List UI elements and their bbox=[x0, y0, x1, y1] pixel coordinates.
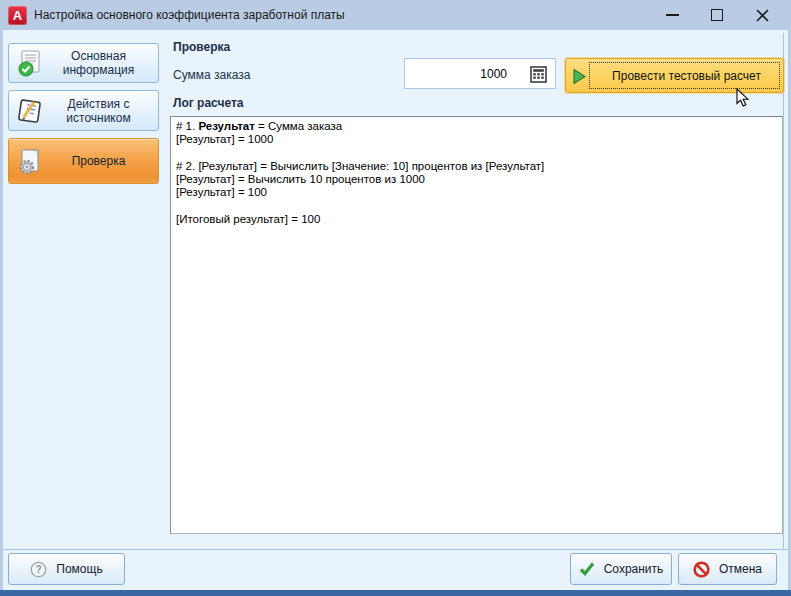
sidebar-item-source-actions[interactable]: Действия с источником bbox=[8, 90, 159, 131]
calculator-icon[interactable] bbox=[528, 65, 548, 84]
sidebar-item-check[interactable]: Проверка bbox=[8, 138, 159, 184]
run-test-calc-label: Провести тестовый расчет bbox=[590, 59, 783, 92]
help-icon: ? bbox=[30, 561, 47, 578]
close-button[interactable] bbox=[745, 0, 779, 30]
cancel-label: Отмена bbox=[719, 562, 762, 576]
order-sum-editor bbox=[404, 58, 556, 89]
window-title: Настройка основного коэффициента заработ… bbox=[34, 8, 345, 22]
window-frame-bottom bbox=[0, 590, 791, 596]
document-gear-icon bbox=[9, 146, 49, 176]
sidebar-item-label: Основная информация bbox=[49, 49, 158, 77]
check-icon bbox=[579, 562, 595, 576]
help-label: Помощь bbox=[56, 562, 102, 576]
calc-log-content[interactable]: # 1. Результат = Сумма заказа[Результат]… bbox=[170, 116, 783, 534]
close-icon bbox=[756, 9, 769, 22]
panel-border bbox=[783, 33, 784, 549]
app-logo-icon: A bbox=[8, 6, 27, 25]
sidebar-item-label: Действия с источником bbox=[49, 97, 158, 125]
notepad-pen-icon bbox=[9, 96, 49, 126]
maximize-icon bbox=[711, 9, 723, 21]
mouse-cursor bbox=[736, 88, 749, 111]
footer-divider bbox=[3, 549, 788, 550]
dialog-window: A Настройка основного коэффициента зараб… bbox=[0, 0, 791, 596]
minimize-icon bbox=[666, 14, 679, 16]
cancel-icon bbox=[693, 561, 710, 578]
maximize-button[interactable] bbox=[700, 0, 734, 30]
save-button[interactable]: Сохранить bbox=[570, 553, 672, 585]
order-sum-label: Сумма заказа bbox=[173, 68, 250, 82]
sidebar-item-basic-info[interactable]: Основная информация bbox=[8, 43, 159, 83]
group-title: Проверка bbox=[173, 40, 230, 54]
help-button[interactable]: ? Помощь bbox=[8, 553, 125, 585]
minimize-button[interactable] bbox=[655, 0, 689, 30]
calc-log-title: Лог расчета bbox=[173, 96, 243, 110]
run-test-calc-button[interactable]: Провести тестовый расчет bbox=[565, 58, 784, 93]
play-icon bbox=[572, 68, 587, 89]
cancel-button[interactable]: Отмена bbox=[678, 553, 777, 585]
svg-text:?: ? bbox=[36, 564, 42, 575]
titlebar[interactable]: A Настройка основного коэффициента зараб… bbox=[0, 0, 791, 30]
save-label: Сохранить bbox=[604, 562, 664, 576]
document-check-icon bbox=[9, 48, 49, 78]
sidebar-item-label: Проверка bbox=[49, 154, 158, 168]
window-frame-left bbox=[0, 30, 3, 590]
